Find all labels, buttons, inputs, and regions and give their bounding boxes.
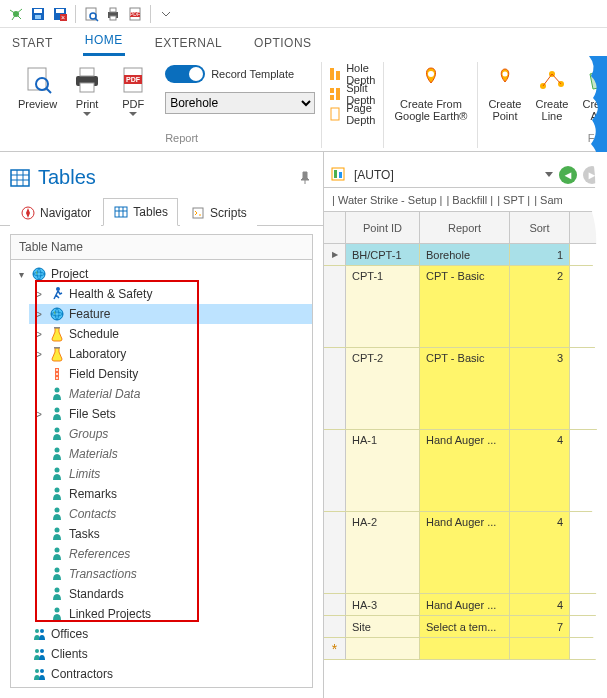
report-select[interactable]: Borehole <box>165 92 315 114</box>
data-grid[interactable]: Point ID Report Sort BH/CPT-1Borehole1CP… <box>324 212 607 698</box>
print-button[interactable]: Print <box>67 62 107 119</box>
cell-report[interactable]: CPT - Basic <box>420 348 510 429</box>
print-icon[interactable] <box>103 4 123 24</box>
tree-node[interactable]: >Field Density <box>29 364 312 384</box>
save-close-icon[interactable]: × <box>50 4 70 24</box>
cell-report[interactable]: Hand Auger ... <box>420 594 510 615</box>
cell-report[interactable]: Select a tem... <box>420 616 510 637</box>
tree-node[interactable]: >Offices <box>11 624 312 644</box>
create-point-button[interactable]: Create Point <box>484 62 525 124</box>
table-row[interactable]: CPT-2CPT - Basic3 <box>324 348 607 430</box>
main-area: Tables Navigator Tables Scripts Table Na… <box>0 152 607 698</box>
cell-point-id[interactable]: BH/CPT-1 <box>346 244 420 265</box>
tree-node[interactable]: >Clients <box>11 644 312 664</box>
tree-node[interactable]: >Standards <box>29 584 312 604</box>
save-icon[interactable] <box>28 4 48 24</box>
tree-node[interactable]: >Schedule <box>29 324 312 344</box>
pin-icon[interactable] <box>299 171 313 185</box>
tab-tables[interactable]: Tables <box>103 198 178 226</box>
cell-point-id[interactable]: HA-1 <box>346 430 420 511</box>
table-row[interactable] <box>324 638 607 660</box>
table-row[interactable]: HA-2Hand Auger ...4 <box>324 512 607 594</box>
cell-point-id[interactable]: HA-2 <box>346 512 420 593</box>
cell-sort[interactable]: 4 <box>510 594 570 615</box>
tree-node[interactable]: >Remarks <box>29 484 312 504</box>
tree-node[interactable]: >File Sets <box>29 404 312 424</box>
pdf-button[interactable]: PDF PDF <box>113 62 153 119</box>
svg-text:×: × <box>61 14 65 21</box>
cell-sort[interactable]: 1 <box>510 244 570 265</box>
cell-sort[interactable]: 7 <box>510 616 570 637</box>
preview-button[interactable]: Preview <box>14 62 61 112</box>
cell-point-id[interactable]: CPT-1 <box>346 266 420 347</box>
qat-dropdown-icon[interactable] <box>156 4 176 24</box>
tree-node[interactable]: >Transactions <box>29 564 312 584</box>
nav-back-button[interactable]: ◄ <box>559 166 577 184</box>
tab-navigator[interactable]: Navigator <box>10 198 101 226</box>
cell-report[interactable]: CPT - Basic <box>420 266 510 347</box>
svg-point-64 <box>55 448 60 453</box>
tab-start[interactable]: START <box>10 32 55 56</box>
tree-node[interactable]: >Groups <box>29 424 312 444</box>
cell-report[interactable]: Borehole <box>420 244 510 265</box>
hole-depth-button[interactable]: Hole Depth <box>328 64 377 84</box>
table-row[interactable]: HA-3Hand Auger ...4 <box>324 594 607 616</box>
col-report[interactable]: Report <box>420 212 510 243</box>
svg-point-37 <box>502 72 507 77</box>
split-depth-button[interactable]: Split Depth <box>328 84 377 104</box>
tree-node[interactable]: >Tasks <box>29 524 312 544</box>
cell-point-id[interactable] <box>346 638 420 659</box>
auto-label[interactable]: [AUTO] <box>354 168 539 182</box>
tree-node[interactable]: >Contractors <box>11 664 312 684</box>
table-row[interactable]: CPT-1CPT - Basic2 <box>324 266 607 348</box>
pdf-icon[interactable]: PDF <box>125 4 145 24</box>
tree-node[interactable]: >Materials <box>29 444 312 464</box>
col-sort[interactable]: Sort <box>510 212 570 243</box>
cell-point-id[interactable]: CPT-2 <box>346 348 420 429</box>
breadcrumb[interactable]: | Water Strike - Setup | | Backfill | | … <box>324 188 607 212</box>
tree-node[interactable]: >Material Data <box>29 384 312 404</box>
tree-node[interactable]: >Laboratory <box>29 344 312 364</box>
person-icon <box>49 426 65 442</box>
nav-fwd-button[interactable]: ► <box>583 166 601 184</box>
page-depth-button[interactable]: Page Depth <box>328 104 377 124</box>
table-row[interactable]: SiteSelect a tem...7 <box>324 616 607 638</box>
cell-report[interactable]: Hand Auger ... <box>420 430 510 511</box>
svg-line-23 <box>46 88 51 93</box>
cell-point-id[interactable]: HA-3 <box>346 594 420 615</box>
ribbon-group-report: Record Template Borehole Report <box>159 62 322 148</box>
tree-node[interactable]: >Contacts <box>29 504 312 524</box>
svg-point-60 <box>56 377 58 379</box>
cell-sort[interactable]: 4 <box>510 512 570 593</box>
table-row[interactable]: HA-1Hand Auger ...4 <box>324 430 607 512</box>
create-area-button[interactable]: Create Are <box>578 62 607 124</box>
tab-scripts[interactable]: Scripts <box>180 198 257 226</box>
cell-report[interactable]: Hand Auger ... <box>420 512 510 593</box>
cell-sort[interactable]: 2 <box>510 266 570 347</box>
tab-options[interactable]: OPTIONS <box>252 32 314 56</box>
svg-point-63 <box>55 428 60 433</box>
tree-view[interactable]: ▾Project>Health & Safety>Feature>Schedul… <box>10 260 313 688</box>
col-point-id[interactable]: Point ID <box>346 212 420 243</box>
cell-report[interactable] <box>420 638 510 659</box>
tab-external[interactable]: EXTERNAL <box>153 32 224 56</box>
tree-node[interactable]: >Linked Projects <box>29 604 312 624</box>
cell-point-id[interactable]: Site <box>346 616 420 637</box>
svg-point-72 <box>55 608 60 613</box>
dropdown-icon[interactable] <box>545 172 553 178</box>
record-template-toggle[interactable] <box>165 65 205 83</box>
tree-node[interactable]: >Limits <box>29 464 312 484</box>
tree-node[interactable]: >Health & Safety <box>29 284 312 304</box>
table-row[interactable]: BH/CPT-1Borehole1 <box>324 244 607 266</box>
create-line-button[interactable]: Create Line <box>531 62 572 124</box>
tab-home[interactable]: HOME <box>83 29 125 56</box>
tree-node[interactable]: >Feature <box>29 304 312 324</box>
create-from-google-earth-button[interactable]: Create From Google Earth® <box>390 62 471 124</box>
cell-sort[interactable]: 4 <box>510 430 570 511</box>
tree-node-project[interactable]: ▾Project <box>11 264 312 284</box>
tree-node[interactable]: >References <box>29 544 312 564</box>
preview-icon[interactable] <box>81 4 101 24</box>
cell-sort[interactable]: 3 <box>510 348 570 429</box>
cell-sort[interactable] <box>510 638 570 659</box>
app-icon[interactable] <box>6 4 26 24</box>
